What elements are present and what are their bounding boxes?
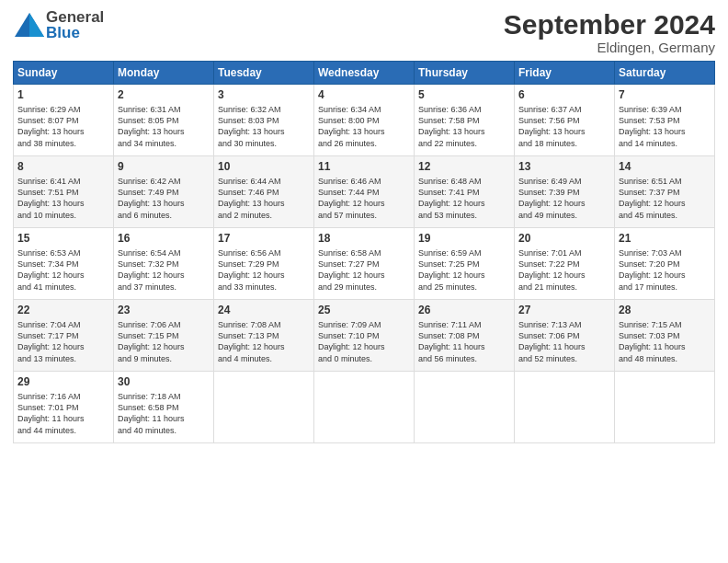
table-row: 29Sunrise: 7:16 AMSunset: 7:01 PMDayligh… xyxy=(14,372,114,443)
col-wednesday: Wednesday xyxy=(314,62,415,85)
table-row: 21Sunrise: 7:03 AMSunset: 7:20 PMDayligh… xyxy=(615,228,715,300)
table-row: 25Sunrise: 7:09 AMSunset: 7:10 PMDayligh… xyxy=(314,300,415,372)
logo-general: General xyxy=(46,9,104,25)
table-row: 11Sunrise: 6:46 AMSunset: 7:44 PMDayligh… xyxy=(314,156,415,228)
table-row xyxy=(214,372,314,443)
col-friday: Friday xyxy=(515,62,615,85)
table-row: 22Sunrise: 7:04 AMSunset: 7:17 PMDayligh… xyxy=(14,300,114,372)
table-row: 27Sunrise: 7:13 AMSunset: 7:06 PMDayligh… xyxy=(515,300,615,372)
col-thursday: Thursday xyxy=(415,62,515,85)
table-row: 14Sunrise: 6:51 AMSunset: 7:37 PMDayligh… xyxy=(615,156,715,228)
table-row: 7Sunrise: 6:39 AMSunset: 7:53 PMDaylight… xyxy=(615,85,715,156)
table-row: 20Sunrise: 7:01 AMSunset: 7:22 PMDayligh… xyxy=(515,228,615,300)
table-row xyxy=(415,372,515,443)
table-row: 10Sunrise: 6:44 AMSunset: 7:46 PMDayligh… xyxy=(214,156,314,228)
table-row: 17Sunrise: 6:56 AMSunset: 7:29 PMDayligh… xyxy=(214,228,314,300)
table-row: 30Sunrise: 7:18 AMSunset: 6:58 PMDayligh… xyxy=(114,372,214,443)
calendar-title: September 2024 xyxy=(504,9,715,40)
table-row: 3Sunrise: 6:32 AMSunset: 8:03 PMDaylight… xyxy=(214,85,314,156)
header: General Blue September 2024 Eldingen, Ge… xyxy=(13,9,715,55)
table-row: 23Sunrise: 7:06 AMSunset: 7:15 PMDayligh… xyxy=(114,300,214,372)
table-row: 12Sunrise: 6:48 AMSunset: 7:41 PMDayligh… xyxy=(415,156,515,228)
logo-blue: Blue xyxy=(46,25,104,40)
table-row: 13Sunrise: 6:49 AMSunset: 7:39 PMDayligh… xyxy=(515,156,615,228)
table-row: 19Sunrise: 6:59 AMSunset: 7:25 PMDayligh… xyxy=(415,228,515,300)
table-row: 9Sunrise: 6:42 AMSunset: 7:49 PMDaylight… xyxy=(114,156,214,228)
title-block: September 2024 Eldingen, Germany xyxy=(504,9,715,55)
table-row: 8Sunrise: 6:41 AMSunset: 7:51 PMDaylight… xyxy=(14,156,114,228)
logo: General Blue xyxy=(13,9,104,40)
table-row xyxy=(615,372,715,443)
calendar-subtitle: Eldingen, Germany xyxy=(504,40,715,55)
table-row: 16Sunrise: 6:54 AMSunset: 7:32 PMDayligh… xyxy=(114,228,214,300)
table-row: 4Sunrise: 6:34 AMSunset: 8:00 PMDaylight… xyxy=(314,85,415,156)
logo-text: General Blue xyxy=(46,9,104,40)
table-row xyxy=(314,372,415,443)
col-sunday: Sunday xyxy=(14,62,114,85)
table-row: 28Sunrise: 7:15 AMSunset: 7:03 PMDayligh… xyxy=(615,300,715,372)
col-tuesday: Tuesday xyxy=(214,62,314,85)
table-row: 18Sunrise: 6:58 AMSunset: 7:27 PMDayligh… xyxy=(314,228,415,300)
calendar-header-row: Sunday Monday Tuesday Wednesday Thursday… xyxy=(14,62,715,85)
table-row: 6Sunrise: 6:37 AMSunset: 7:56 PMDaylight… xyxy=(515,85,615,156)
table-row: 26Sunrise: 7:11 AMSunset: 7:08 PMDayligh… xyxy=(415,300,515,372)
table-row: 1Sunrise: 6:29 AMSunset: 8:07 PMDaylight… xyxy=(14,85,114,156)
col-monday: Monday xyxy=(114,62,214,85)
table-row xyxy=(515,372,615,443)
table-row: 15Sunrise: 6:53 AMSunset: 7:34 PMDayligh… xyxy=(14,228,114,300)
logo-icon xyxy=(13,11,46,39)
page-container: General Blue September 2024 Eldingen, Ge… xyxy=(0,0,728,449)
table-row: 24Sunrise: 7:08 AMSunset: 7:13 PMDayligh… xyxy=(214,300,314,372)
table-row: 2Sunrise: 6:31 AMSunset: 8:05 PMDaylight… xyxy=(114,85,214,156)
calendar-table: Sunday Monday Tuesday Wednesday Thursday… xyxy=(13,61,715,443)
svg-marker-1 xyxy=(29,13,44,37)
table-row: 5Sunrise: 6:36 AMSunset: 7:58 PMDaylight… xyxy=(415,85,515,156)
col-saturday: Saturday xyxy=(615,62,715,85)
